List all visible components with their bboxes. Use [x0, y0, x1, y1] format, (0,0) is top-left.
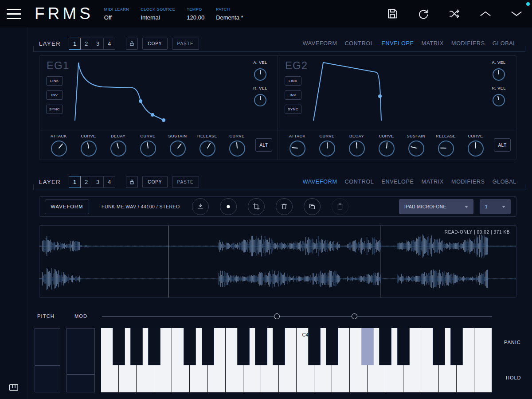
playhead-cursor[interactable] [168, 226, 168, 297]
paste-button[interactable] [332, 198, 348, 215]
alt-button[interactable]: ALT [494, 138, 511, 152]
black-key[interactable] [397, 328, 410, 365]
nav-tab-matrix[interactable]: MATRIX [422, 179, 444, 185]
envelope-handle[interactable] [151, 113, 154, 117]
sync-button[interactable]: SYNC [285, 105, 301, 114]
slider-handle-2[interactable] [352, 313, 357, 319]
channel-select[interactable]: 1 [480, 199, 511, 214]
r-vel-knob[interactable] [493, 94, 505, 106]
release-knob[interactable] [438, 141, 454, 156]
nav-tab-modifiers[interactable]: MODIFIERS [451, 40, 485, 47]
r-vel-knob[interactable] [254, 94, 266, 106]
envelope-handle[interactable] [139, 99, 142, 103]
sustain-knob[interactable] [408, 141, 424, 156]
layer-tab-3[interactable]: 3 [92, 176, 104, 188]
attack-knob[interactable] [51, 141, 67, 156]
a-vel-knob[interactable] [254, 68, 266, 81]
inv-button[interactable]: INV [285, 90, 301, 100]
layer-lock-button[interactable] [126, 38, 138, 50]
black-key[interactable] [450, 328, 463, 365]
hold-button[interactable]: HOLD [506, 375, 521, 380]
curve-knob[interactable] [319, 141, 335, 156]
nav-tab-control[interactable]: CONTROL [345, 40, 374, 47]
eg2-envelope-curve[interactable] [310, 59, 487, 125]
paste-layer-button[interactable]: PASTE [172, 176, 199, 188]
copy-layer-button[interactable]: COPY [142, 38, 167, 50]
undo-button[interactable] [417, 7, 430, 20]
curve-knob[interactable] [140, 141, 156, 156]
layer-tab-2[interactable]: 2 [80, 176, 92, 188]
randomize-button[interactable] [448, 7, 461, 20]
crop-button[interactable] [248, 198, 265, 215]
keyboard-toggle-button[interactable] [8, 382, 20, 393]
black-key[interactable] [379, 328, 391, 365]
main-menu-button[interactable] [0, 0, 27, 27]
duplicate-button[interactable] [304, 198, 321, 215]
black-key[interactable] [130, 328, 143, 365]
black-key[interactable] [184, 328, 196, 365]
topbar-field-patch[interactable]: PATCHDementa * [216, 7, 243, 21]
pitch-wheel[interactable] [35, 328, 60, 392]
eg1-envelope-curve[interactable] [71, 59, 249, 125]
nav-tab-envelope[interactable]: ENVELOPE [382, 40, 414, 47]
black-key[interactable] [202, 328, 214, 365]
curve-knob[interactable] [468, 141, 484, 156]
layer-tab-3[interactable]: 3 [92, 38, 104, 50]
black-key[interactable] [308, 328, 321, 365]
a-vel-knob[interactable] [493, 68, 505, 81]
save-button[interactable] [386, 7, 399, 20]
black-key[interactable] [113, 328, 125, 365]
layer-tab-2[interactable]: 2 [80, 38, 92, 50]
keyboard-range-slider[interactable] [102, 316, 492, 317]
waveform-mode-button[interactable]: WAVEFORM [45, 200, 89, 214]
record-button[interactable] [220, 198, 237, 215]
waveform-display[interactable]: READ-ONLY | 00:02 | 371 KB [39, 225, 516, 298]
copy-layer-button[interactable]: COPY [142, 176, 167, 188]
topbar-field-clock-source[interactable]: CLOCK SOURCEInternal [141, 7, 175, 21]
playhead-cursor[interactable] [380, 226, 380, 297]
nav-tab-envelope[interactable]: ENVELOPE [382, 179, 414, 185]
release-knob[interactable] [200, 141, 215, 156]
prev-patch-button[interactable] [479, 7, 492, 20]
input-source-select[interactable]: IPAD MICROFONE [399, 199, 473, 214]
slider-handle-1[interactable] [274, 313, 280, 319]
link-button[interactable]: LINK [46, 76, 63, 86]
layer-tab-1[interactable]: 1 [69, 176, 81, 188]
white-key[interactable] [474, 328, 492, 392]
mod-wheel[interactable] [66, 328, 95, 392]
inv-button[interactable]: INV [46, 90, 63, 100]
nav-tab-modifiers[interactable]: MODIFIERS [451, 179, 485, 185]
black-key[interactable] [148, 328, 160, 365]
black-key[interactable] [326, 328, 338, 365]
layer-tab-1[interactable]: 1 [69, 38, 81, 50]
curve-knob[interactable] [379, 141, 395, 156]
alt-button[interactable]: ALT [255, 138, 272, 152]
curve-knob[interactable] [81, 141, 97, 156]
envelope-handle[interactable] [378, 94, 382, 98]
decay-knob[interactable] [349, 141, 365, 156]
decay-knob[interactable] [110, 141, 126, 156]
black-key[interactable] [237, 328, 250, 365]
import-button[interactable] [192, 198, 209, 215]
curve-knob[interactable] [229, 141, 245, 156]
nav-tab-control[interactable]: CONTROL [345, 179, 374, 185]
layer-lock-button[interactable] [126, 176, 138, 188]
nav-tab-matrix[interactable]: MATRIX [422, 40, 444, 47]
panic-button[interactable]: PANIC [504, 340, 521, 345]
nav-tab-global[interactable]: GLOBAL [493, 179, 516, 185]
layer-tab-4[interactable]: 4 [103, 176, 115, 188]
paste-layer-button[interactable]: PASTE [172, 38, 199, 50]
topbar-field-midi-learn[interactable]: MIDI LEARNOff [104, 7, 129, 21]
black-key[interactable] [273, 328, 285, 365]
topbar-field-tempo[interactable]: TEMPO120.00 [187, 7, 204, 21]
nav-tab-waveform[interactable]: WAVEFORM [303, 40, 337, 47]
sync-button[interactable]: SYNC [46, 105, 63, 114]
next-patch-button[interactable] [510, 7, 523, 20]
envelope-handle[interactable] [162, 118, 165, 122]
nav-tab-waveform[interactable]: WAVEFORM [303, 179, 337, 185]
black-key[interactable] [433, 328, 445, 365]
black-key[interactable] [255, 328, 267, 365]
delete-button[interactable] [276, 198, 293, 215]
attack-knob[interactable] [289, 141, 305, 156]
black-key-pressed[interactable] [361, 328, 374, 365]
